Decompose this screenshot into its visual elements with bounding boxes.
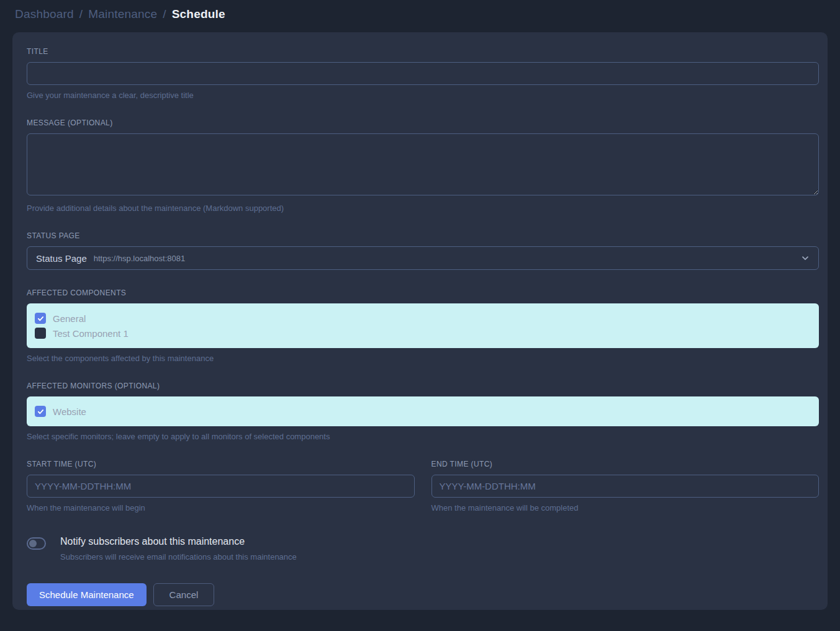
affected-components-box: GeneralTest Component 1 [27,303,819,348]
start-time-field-group: START TIME (UTC) When the maintenance wi… [27,460,415,512]
checkbox-row[interactable]: Website [35,404,86,419]
checkbox-label: General [53,313,86,324]
breadcrumb-item-maintenance[interactable]: Maintenance [88,7,157,21]
end-time-field-group: END TIME (UTC) When the maintenance will… [431,460,820,512]
message-textarea[interactable] [27,133,819,195]
schedule-maintenance-form-card: TITLE Give your maintenance a clear, des… [12,32,828,610]
checkbox-label: Website [53,406,86,417]
status-page-selected-url: https://hsp.localhost:8081 [94,254,185,263]
chevron-down-icon [801,254,810,262]
title-helper: Give your maintenance a clear, descripti… [27,91,819,100]
affected-monitors-group: AFFECTED MONITORS (OPTIONAL) Website Sel… [27,382,819,441]
breadcrumb-separator: / [79,7,83,21]
checkbox-checked-icon[interactable] [35,313,46,324]
message-field-group: MESSAGE (OPTIONAL) Provide additional de… [27,119,819,213]
checkbox-label: Test Component 1 [53,328,129,339]
form-actions: Schedule Maintenance Cancel [27,583,819,606]
checkbox-row[interactable]: Test Component 1 [35,326,129,341]
cancel-button[interactable]: Cancel [153,583,215,606]
status-page-field-group: STATUS PAGE Status Page https://hsp.loca… [27,231,819,270]
status-page-label: STATUS PAGE [27,231,819,240]
message-helper: Provide additional details about the mai… [27,204,819,213]
status-page-selected-name: Status Page [36,253,87,264]
notify-helper: Subscribers will receive email notificat… [60,552,297,562]
end-time-helper: When the maintenance will be completed [431,503,820,512]
top-bar: Dashboard/Maintenance/Schedule [0,0,840,32]
notify-text-block: Notify subscribers about this maintenanc… [60,536,297,562]
affected-components-label: AFFECTED COMPONENTS [27,289,819,297]
status-page-select[interactable]: Status Page https://hsp.localhost:8081 [27,246,819,270]
title-input[interactable] [27,62,819,85]
message-label: MESSAGE (OPTIONAL) [27,119,819,127]
breadcrumb: Dashboard/Maintenance/Schedule [15,7,825,21]
breadcrumb-item-schedule: Schedule [172,7,225,21]
time-fields-row: START TIME (UTC) When the maintenance wi… [27,460,819,512]
start-time-helper: When the maintenance will begin [27,503,415,512]
breadcrumb-separator: / [163,7,166,21]
affected-monitors-helper: Select specific monitors; leave empty to… [27,432,819,441]
start-time-label: START TIME (UTC) [27,460,415,468]
checkbox-checked-icon[interactable] [35,406,46,417]
notify-toggle[interactable] [27,537,46,550]
end-time-input[interactable] [431,475,820,498]
schedule-maintenance-button[interactable]: Schedule Maintenance [27,583,147,606]
start-time-input[interactable] [27,475,415,498]
affected-components-group: AFFECTED COMPONENTS GeneralTest Componen… [27,289,819,363]
end-time-label: END TIME (UTC) [431,460,820,468]
affected-components-helper: Select the components affected by this m… [27,354,819,363]
toggle-knob-icon [29,540,37,547]
notify-label: Notify subscribers about this maintenanc… [60,536,297,547]
checkbox-row[interactable]: General [35,311,86,326]
breadcrumb-item-dashboard[interactable]: Dashboard [15,7,74,21]
affected-monitors-box: Website [27,396,819,426]
title-field-group: TITLE Give your maintenance a clear, des… [27,47,819,100]
affected-monitors-label: AFFECTED MONITORS (OPTIONAL) [27,382,819,390]
checkbox-unchecked-icon[interactable] [35,328,46,339]
notify-subscribers-row: Notify subscribers about this maintenanc… [27,536,819,562]
title-label: TITLE [27,47,819,56]
